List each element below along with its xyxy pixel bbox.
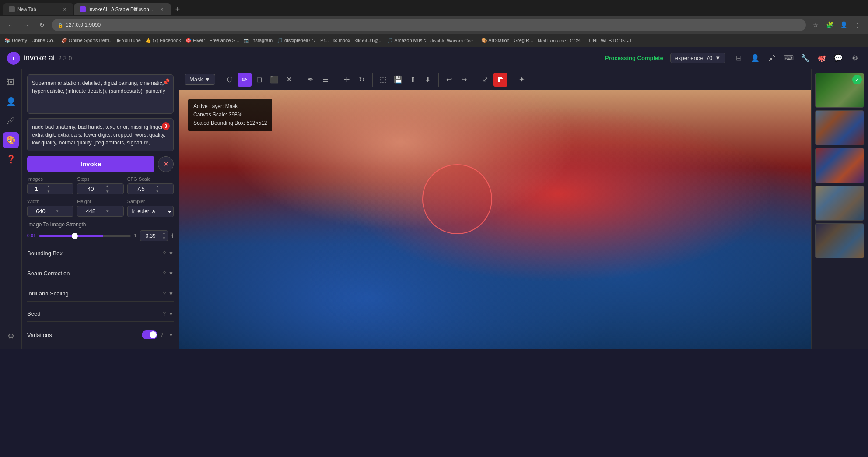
- cfg-input[interactable]: [128, 184, 154, 194]
- brush-icon[interactable]: 🖌: [766, 52, 778, 64]
- github-icon[interactable]: 🐙: [816, 52, 828, 64]
- images-down[interactable]: ▼: [45, 189, 52, 194]
- tool2-icon[interactable]: 🔧: [799, 52, 811, 64]
- width-chevron[interactable]: ▼: [54, 209, 61, 214]
- clear-mask-button[interactable]: ✕: [282, 73, 296, 87]
- discord-icon[interactable]: 💬: [832, 52, 844, 64]
- menu-icon[interactable]: ⋮: [851, 19, 864, 31]
- move-tool-button[interactable]: ✛: [340, 73, 354, 87]
- refresh-button[interactable]: ↻: [36, 19, 48, 31]
- bookmark-disciple[interactable]: 🎵 discipleneil777 - Pr...: [277, 38, 329, 43]
- img2img-slider[interactable]: [39, 235, 130, 237]
- seed-info-icon[interactable]: ?: [163, 311, 166, 317]
- fit-canvas-button[interactable]: ⤢: [479, 73, 493, 87]
- variations-header[interactable]: Variations ? ▼: [27, 326, 174, 344]
- bookmark-inbox[interactable]: ✉ Inbox - klk56831@...: [333, 38, 383, 43]
- img2img-up[interactable]: ▲: [161, 231, 168, 236]
- rotate-tool-button[interactable]: ↻: [355, 73, 369, 87]
- color-picker-button[interactable]: ✒: [304, 73, 318, 87]
- sampler-select[interactable]: k_euler_a: [127, 206, 174, 217]
- thumbnail-5[interactable]: [815, 223, 864, 258]
- grid-icon[interactable]: ⊞: [732, 52, 745, 64]
- bookmark-artstation[interactable]: 🎨 ArtStation - Greg R...: [481, 38, 533, 43]
- sidebar-item-paint[interactable]: 🖊: [3, 113, 19, 129]
- bookmark-youtube[interactable]: ▶ YouTube: [117, 38, 141, 43]
- images-up[interactable]: ▲: [45, 184, 52, 189]
- tab-new-tab[interactable]: New Tab ✕: [4, 3, 74, 15]
- negative-prompt-box[interactable]: nude bad anatomy, bad hands, text, error…: [27, 118, 174, 151]
- seed-header[interactable]: Seed ? ▼: [27, 306, 174, 321]
- cancel-invoke-button[interactable]: ✕: [158, 156, 174, 172]
- bookmark-instagram[interactable]: 📷 Instagram: [244, 38, 273, 43]
- user-icon[interactable]: 👤: [749, 52, 761, 64]
- brush-tool-button[interactable]: ✏: [238, 73, 252, 87]
- forward-button[interactable]: →: [20, 19, 32, 31]
- height-chevron[interactable]: ▼: [104, 209, 111, 214]
- experience-dropdown[interactable]: experience_70 ▼: [670, 53, 725, 63]
- thumbnail-2[interactable]: [815, 110, 864, 145]
- bookmark-fiverr[interactable]: 🎯 Fiverr - Freelance S...: [186, 38, 239, 43]
- steps-down[interactable]: ▼: [104, 189, 111, 194]
- layers-button[interactable]: ⬚: [376, 73, 390, 87]
- thumbnail-4[interactable]: [815, 186, 864, 221]
- address-bar[interactable]: 🔒 127.0.0.1:9090: [52, 19, 806, 31]
- tab-close-1[interactable]: ✕: [61, 6, 68, 13]
- images-input[interactable]: [28, 184, 45, 194]
- account-icon[interactable]: 👤: [837, 19, 850, 31]
- pin-icon[interactable]: 📌: [162, 78, 170, 85]
- tab-invoke[interactable]: InvokeAI - A Stable Diffusion To... ✕: [74, 3, 171, 15]
- img2img-down[interactable]: ▼: [161, 236, 168, 241]
- sidebar-item-canvas[interactable]: 🎨: [3, 132, 19, 148]
- thumbnail-3[interactable]: [815, 148, 864, 183]
- settings-tool-button[interactable]: ☰: [318, 73, 332, 87]
- cfg-up[interactable]: ▲: [154, 184, 161, 189]
- variations-toggle[interactable]: [142, 330, 158, 339]
- save-canvas-button[interactable]: 💾: [391, 73, 405, 87]
- sidebar-item-settings-bottom[interactable]: ⚙: [3, 328, 19, 344]
- delete-button[interactable]: 🗑: [494, 73, 508, 87]
- height-input[interactable]: [77, 206, 104, 216]
- bookmark-amazon[interactable]: 🎵 Amazon Music: [387, 38, 426, 43]
- seam-correction-header[interactable]: Seam Correction ? ▼: [27, 266, 174, 281]
- tab-close-2[interactable]: ✕: [158, 6, 165, 13]
- steps-input[interactable]: [77, 184, 104, 194]
- bookmark-facebook[interactable]: 👍 (7) Facebook: [145, 38, 181, 43]
- positive-prompt-box[interactable]: Superman artstation, detailed, digital p…: [27, 74, 174, 114]
- eraser-tool-button[interactable]: ◻: [252, 73, 266, 87]
- bookmark-sports[interactable]: 🏈 Online Sports Betti...: [61, 38, 113, 43]
- extension-icon[interactable]: 🧩: [823, 19, 836, 31]
- seam-correction-info-icon[interactable]: ?: [163, 271, 166, 277]
- bookmark-icon[interactable]: ☆: [809, 19, 822, 31]
- img2img-value-input[interactable]: [140, 232, 161, 240]
- img2img-info-icon[interactable]: ℹ: [172, 232, 174, 239]
- new-tab-button[interactable]: +: [172, 3, 184, 15]
- inpaint-tool-button[interactable]: ⬡: [223, 73, 237, 87]
- bookmark-webtoon[interactable]: LINE WEBTOON - L...: [589, 38, 637, 43]
- sidebar-item-images[interactable]: 🖼: [3, 74, 19, 90]
- wand-tool-button[interactable]: ✦: [515, 73, 529, 87]
- canvas-viewport[interactable]: Active Layer: Mask Canvas Scale: 398% Sc…: [179, 90, 811, 349]
- bookmark-udemy[interactable]: 📚 Udemy - Online Co...: [4, 38, 57, 43]
- invoke-button[interactable]: Invoke: [27, 156, 154, 172]
- cfg-down[interactable]: ▼: [154, 189, 161, 194]
- infill-scaling-info-icon[interactable]: ?: [163, 291, 166, 297]
- infill-scaling-header[interactable]: Infill and Scaling ? ▼: [27, 286, 174, 301]
- steps-up[interactable]: ▲: [104, 184, 111, 189]
- sidebar-item-help[interactable]: ❓: [3, 151, 19, 167]
- bookmark-wacom[interactable]: disable Wacom Circ...: [430, 38, 477, 43]
- redo-button[interactable]: ↪: [457, 73, 471, 87]
- settings-icon[interactable]: ⚙: [849, 52, 861, 64]
- upload-button[interactable]: ⬆: [406, 73, 420, 87]
- undo-button[interactable]: ↩: [442, 73, 456, 87]
- download-button[interactable]: ⬇: [421, 73, 435, 87]
- keyboard-icon[interactable]: ⌨: [782, 52, 794, 64]
- fill-tool-button[interactable]: ⬛: [267, 73, 281, 87]
- width-input[interactable]: [28, 206, 54, 216]
- variations-info-icon[interactable]: ?: [160, 332, 163, 338]
- bounding-box-info-icon[interactable]: ?: [163, 250, 166, 257]
- sidebar-item-models[interactable]: 👤: [3, 94, 19, 109]
- bookmark-neil[interactable]: Neil Fontaine | CGS...: [538, 38, 584, 43]
- back-button[interactable]: ←: [4, 19, 17, 31]
- thumbnail-1[interactable]: ✓: [815, 73, 864, 108]
- bounding-box-header[interactable]: Bounding Box ? ▼: [27, 246, 174, 261]
